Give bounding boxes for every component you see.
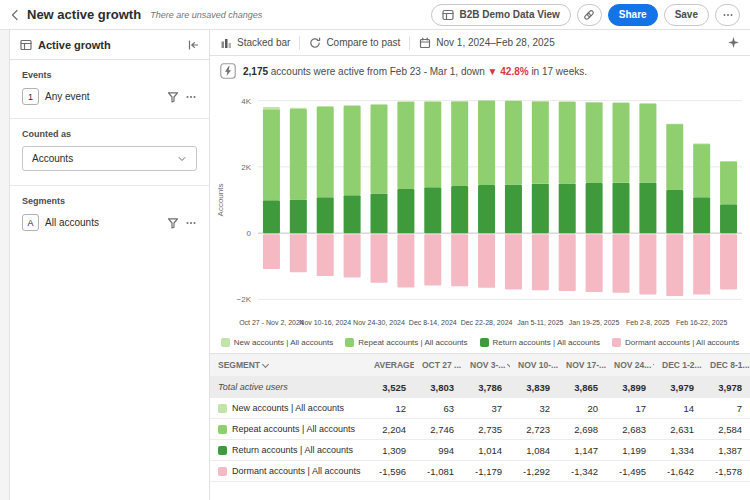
event-item[interactable]: 1 Any event xyxy=(10,85,209,108)
filter-icon[interactable] xyxy=(167,91,179,103)
bar-segment[interactable] xyxy=(397,234,414,287)
bar-segment[interactable] xyxy=(559,183,576,233)
table-total-row[interactable]: Total active users3,5253,8033,7863,8393,… xyxy=(210,377,750,398)
link-button[interactable] xyxy=(577,4,602,26)
bar-segment[interactable] xyxy=(532,101,549,183)
table-row[interactable]: Return accounts | All accounts1,3099941,… xyxy=(210,440,750,461)
table-row[interactable]: Dormant accounts | All accounts-1,596-1,… xyxy=(210,461,750,482)
bar-segment[interactable] xyxy=(397,189,414,233)
bar-segment[interactable] xyxy=(344,234,361,277)
bar-segment[interactable] xyxy=(478,185,495,233)
bar-segment[interactable] xyxy=(451,101,468,186)
bar-segment[interactable] xyxy=(317,197,334,233)
bar-segment[interactable] xyxy=(371,234,388,283)
bar-segment[interactable] xyxy=(666,190,683,233)
bar-segment[interactable] xyxy=(720,204,737,233)
filter-icon[interactable] xyxy=(167,217,179,229)
bar-segment[interactable] xyxy=(720,161,737,204)
chart-svg[interactable]: 4K2K0−2KAccountsOct 27 - Nov 2, 2024Nov … xyxy=(212,83,748,333)
bar-segment[interactable] xyxy=(532,184,549,233)
bar-segment[interactable] xyxy=(290,234,307,272)
legend-item[interactable]: Dormant accounts | All accounts xyxy=(612,338,739,347)
bar-segment[interactable] xyxy=(613,234,630,293)
bar-segment[interactable] xyxy=(532,234,549,290)
bar-segment[interactable] xyxy=(317,234,334,276)
bar-segment[interactable] xyxy=(666,124,683,190)
bar-segment[interactable] xyxy=(371,193,388,233)
bar-segment[interactable] xyxy=(290,109,307,200)
bar-segment[interactable] xyxy=(559,102,576,103)
bar-segment[interactable] xyxy=(263,107,280,109)
bar-segment[interactable] xyxy=(505,101,522,185)
bar-segment[interactable] xyxy=(639,234,656,294)
more-icon[interactable] xyxy=(185,91,197,103)
bar-segment[interactable] xyxy=(424,187,441,233)
bar-segment[interactable] xyxy=(613,103,630,183)
legend-item[interactable]: Repeat accounts | All accounts xyxy=(345,338,467,347)
bar-segment[interactable] xyxy=(263,109,280,200)
sparkle-icon[interactable] xyxy=(727,36,740,49)
bar-segment[interactable] xyxy=(263,200,280,233)
bar-segment[interactable] xyxy=(317,107,334,197)
bar-segment[interactable] xyxy=(693,197,710,233)
bar-segment[interactable] xyxy=(478,234,495,288)
column-header[interactable]: DEC 1-2... xyxy=(654,360,702,370)
compare-to-past-button[interactable]: Compare to past xyxy=(309,37,400,49)
column-header[interactable]: NOV 17-... xyxy=(558,360,606,370)
bar-segment[interactable] xyxy=(666,124,683,125)
bar-segment[interactable] xyxy=(666,234,683,296)
column-header[interactable]: AVERAGE xyxy=(366,360,414,370)
bar-segment[interactable] xyxy=(424,102,441,188)
bar-segment[interactable] xyxy=(505,101,522,102)
column-header[interactable]: NOV 3-... xyxy=(462,360,510,370)
data-view-button[interactable]: B2B Demo Data View xyxy=(431,4,570,26)
bar-segment[interactable] xyxy=(559,102,576,184)
bar-segment[interactable] xyxy=(720,234,737,289)
bar-segment[interactable] xyxy=(344,105,361,106)
bar-segment[interactable] xyxy=(693,144,710,145)
save-button[interactable]: Save xyxy=(664,4,709,26)
column-header[interactable]: OCT 27 ... xyxy=(414,360,462,370)
chart-type-button[interactable]: Stacked bar xyxy=(220,37,290,49)
bar-segment[interactable] xyxy=(263,234,280,269)
bar-segment[interactable] xyxy=(613,103,630,104)
bar-segment[interactable] xyxy=(290,108,307,109)
collapse-panel-icon[interactable] xyxy=(187,39,199,51)
bar-segment[interactable] xyxy=(371,104,388,105)
bar-segment[interactable] xyxy=(451,234,468,286)
bar-segment[interactable] xyxy=(639,103,656,104)
bar-segment[interactable] xyxy=(559,234,576,291)
bar-segment[interactable] xyxy=(586,102,603,183)
bar-segment[interactable] xyxy=(344,195,361,233)
bar-segment[interactable] xyxy=(693,144,710,198)
column-header[interactable]: NOV 24... xyxy=(606,360,654,370)
bar-segment[interactable] xyxy=(424,101,441,102)
bar-segment[interactable] xyxy=(586,183,603,233)
bar-segment[interactable] xyxy=(397,102,414,189)
date-range-button[interactable]: Nov 1, 2024–Feb 28, 2025 xyxy=(419,37,554,49)
bar-segment[interactable] xyxy=(371,105,388,194)
bar-segment[interactable] xyxy=(586,102,603,103)
bar-segment[interactable] xyxy=(532,101,549,102)
more-button[interactable] xyxy=(715,4,740,26)
bar-segment[interactable] xyxy=(505,234,522,289)
bar-segment[interactable] xyxy=(639,182,656,233)
bar-segment[interactable] xyxy=(478,101,495,186)
bar-segment[interactable] xyxy=(693,234,710,294)
column-header[interactable]: SEGMENT xyxy=(210,360,366,370)
bar-segment[interactable] xyxy=(586,234,603,292)
bar-segment[interactable] xyxy=(290,200,307,234)
legend-item[interactable]: Return accounts | All accounts xyxy=(480,338,600,347)
bar-segment[interactable] xyxy=(505,184,522,233)
legend-item[interactable]: New accounts | All accounts xyxy=(221,338,333,347)
bar-segment[interactable] xyxy=(397,101,414,102)
bar-segment[interactable] xyxy=(344,106,361,195)
share-button[interactable]: Share xyxy=(608,4,658,26)
bar-segment[interactable] xyxy=(639,103,656,182)
table-row[interactable]: Repeat accounts | All accounts2,2042,746… xyxy=(210,419,750,440)
bar-segment[interactable] xyxy=(451,186,468,233)
column-header[interactable]: NOV 10-... xyxy=(510,360,558,370)
bar-segment[interactable] xyxy=(317,106,334,107)
bar-segment[interactable] xyxy=(451,101,468,102)
back-chevron-icon[interactable] xyxy=(10,9,20,21)
